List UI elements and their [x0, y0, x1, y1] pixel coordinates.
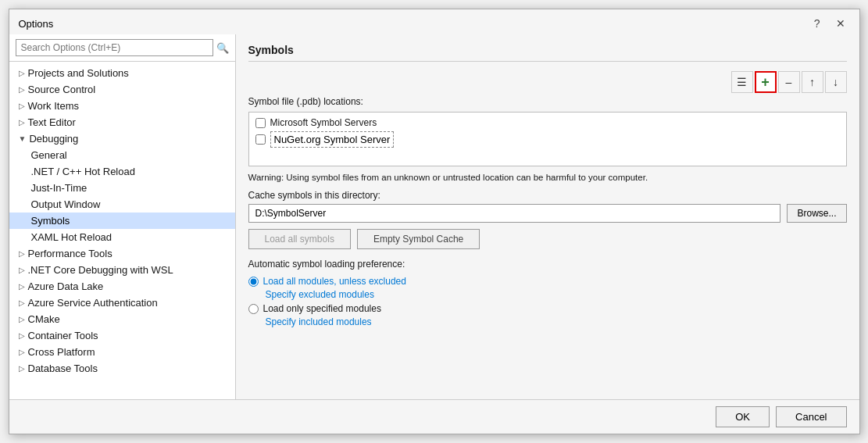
sidebar-item-label: CMake	[28, 313, 60, 325]
sidebar-item-label: Just-In-Time	[31, 182, 88, 194]
search-input[interactable]	[16, 39, 213, 56]
sidebar-item-label: Performance Tools	[28, 248, 113, 259]
radio-item-1: Load only specified modulesSpecify inclu…	[248, 303, 847, 327]
search-box: 🔍	[9, 34, 235, 62]
symbol-toolbar: ☰ + – ↑ ↓	[248, 71, 847, 93]
left-panel: 🔍 ▷Projects and Solutions▷Source Control…	[9, 34, 236, 399]
sidebar-item-label: Azure Service Authentication	[28, 297, 158, 309]
cache-input[interactable]	[248, 204, 781, 223]
sidebar-item-label: Work Items	[28, 100, 80, 112]
sidebar-item-label: Text Editor	[28, 116, 76, 128]
tree-arrow: ▷	[19, 331, 25, 340]
radio-item-0: Load all modules, unless excludedSpecify…	[248, 276, 847, 300]
title-buttons: ? ✕	[809, 16, 850, 31]
sidebar-item-database-tools[interactable]: ▷Database Tools	[9, 360, 235, 377]
radio-label-0: Load all modules, unless excluded	[263, 276, 406, 287]
pdb-item: NuGet.org Symbol Server	[255, 131, 840, 148]
options-dialog: Options ? ✕ 🔍 ▷Projects and Solutions▷So…	[9, 9, 860, 434]
sidebar-item-label: Azure Data Lake	[28, 280, 104, 292]
cache-label: Cache symbols in this directory:	[248, 190, 847, 201]
pdb-item: Microsoft Symbol Servers	[255, 117, 840, 128]
sidebar-item-label: Symbols	[31, 215, 70, 227]
right-panel: Symbols ☰ + – ↑ ↓ Symbol file (.pdb) loc…	[236, 34, 859, 399]
tree-arrow: ▷	[19, 315, 25, 323]
tree-arrow: ▷	[19, 348, 25, 356]
sidebar-item-output-window[interactable]: Output Window	[9, 196, 235, 213]
radio-link-0: Specify excluded modules	[266, 288, 847, 300]
warning-text: Warning: Using symbol files from an unkn…	[248, 173, 847, 182]
radio-row-1: Load only specified modules	[248, 303, 847, 314]
tree-arrow: ▷	[19, 118, 25, 127]
cancel-button[interactable]: Cancel	[776, 406, 846, 427]
tree-arrow: ▷	[19, 249, 25, 258]
sidebar-item-projects-and-solutions[interactable]: ▷Projects and Solutions	[9, 65, 235, 81]
sidebar-item-performance-tools[interactable]: ▷Performance Tools	[9, 245, 235, 262]
close-button[interactable]: ✕	[831, 16, 850, 31]
sidebar-item-source-control[interactable]: ▷Source Control	[9, 81, 235, 98]
sidebar-item-cross-platform[interactable]: ▷Cross Platform	[9, 344, 235, 360]
sidebar-item-xaml-hot-reload[interactable]: XAML Hot Reload	[9, 229, 235, 245]
up-button[interactable]: ↑	[802, 71, 823, 93]
radio-link-1: Specify included modules	[266, 316, 847, 327]
ok-button[interactable]: OK	[716, 406, 770, 427]
add-button[interactable]: +	[755, 71, 777, 93]
action-buttons-row: Load all symbols Empty Symbol Cache	[248, 229, 847, 249]
pdb-item-label: Microsoft Symbol Servers	[270, 117, 377, 128]
tree-arrow: ▼	[19, 134, 27, 143]
sidebar-item-general[interactable]: General	[9, 147, 235, 163]
tree: ▷Projects and Solutions▷Source Control▷W…	[9, 62, 235, 399]
tree-arrow: ▷	[19, 69, 25, 77]
sidebar-item-label: Database Tools	[28, 363, 98, 374]
sidebar-item-azure-service-auth[interactable]: ▷Azure Service Authentication	[9, 295, 235, 311]
sidebar-item-label: Cross Platform	[28, 346, 95, 358]
radio-group: Load all modules, unless excludedSpecify…	[248, 276, 847, 327]
auto-load-label: Automatic symbol loading preference:	[248, 259, 847, 270]
radio-label-1: Load only specified modules	[263, 303, 381, 314]
sidebar-item-text-editor[interactable]: ▷Text Editor	[9, 114, 235, 130]
sidebar-item-label: .NET Core Debugging with WSL	[28, 264, 173, 276]
sidebar-item-label: General	[31, 149, 67, 161]
help-button[interactable]: ?	[809, 16, 825, 31]
sidebar-item-label: Container Tools	[28, 330, 98, 341]
radio-load-all[interactable]	[248, 277, 259, 287]
browse-button[interactable]: Browse...	[787, 204, 846, 223]
dialog-body: 🔍 ▷Projects and Solutions▷Source Control…	[9, 34, 859, 399]
sidebar-item-just-in-time[interactable]: Just-In-Time	[9, 180, 235, 196]
sidebar-item-work-items[interactable]: ▷Work Items	[9, 98, 235, 114]
sidebar-item-cmake[interactable]: ▷CMake	[9, 311, 235, 327]
sidebar-item-label: Source Control	[28, 84, 96, 95]
radio-load-specified[interactable]	[248, 304, 259, 314]
load-all-symbols-button[interactable]: Load all symbols	[248, 229, 351, 249]
empty-symbol-cache-button[interactable]: Empty Symbol Cache	[357, 229, 480, 249]
sidebar-item-label: XAML Hot Reload	[31, 231, 113, 243]
search-icon: 🔍	[216, 42, 229, 54]
sidebar-item-container-tools[interactable]: ▷Container Tools	[9, 327, 235, 344]
sidebar-item-net-core-debugging[interactable]: ▷.NET Core Debugging with WSL	[9, 262, 235, 278]
sidebar-item-label: Projects and Solutions	[28, 67, 129, 79]
list-button[interactable]: ☰	[731, 71, 753, 93]
sidebar-item-symbols[interactable]: Symbols	[9, 213, 235, 229]
pdb-checkbox-1[interactable]	[255, 134, 266, 145]
tree-arrow: ▷	[19, 85, 25, 94]
cache-row: Browse...	[248, 204, 847, 223]
section-title: Symbols	[248, 44, 847, 62]
radio-row-0: Load all modules, unless excluded	[248, 276, 847, 287]
tree-arrow: ▷	[19, 102, 25, 110]
pdb-list: Microsoft Symbol ServersNuGet.org Symbol…	[248, 112, 847, 166]
tree-arrow: ▷	[19, 282, 25, 291]
sidebar-item-debugging[interactable]: ▼Debugging	[9, 130, 235, 147]
pdb-label: Symbol file (.pdb) locations:	[248, 96, 847, 107]
tree-arrow: ▷	[19, 364, 25, 373]
dialog-footer: OK Cancel	[9, 399, 859, 434]
radio-link-anchor-1[interactable]: Specify included modules	[266, 316, 372, 327]
remove-button[interactable]: –	[778, 71, 800, 93]
sidebar-item-azure-data-lake[interactable]: ▷Azure Data Lake	[9, 278, 235, 295]
dialog-title: Options	[19, 18, 54, 30]
radio-link-anchor-0[interactable]: Specify excluded modules	[266, 289, 374, 300]
pdb-checkbox-0[interactable]	[255, 118, 266, 128]
down-button[interactable]: ↓	[825, 71, 847, 93]
pdb-item-label: NuGet.org Symbol Server	[270, 131, 395, 148]
tree-arrow: ▷	[19, 266, 25, 274]
sidebar-item-net-cpp-hot-reload[interactable]: .NET / C++ Hot Reload	[9, 163, 235, 180]
title-bar: Options ? ✕	[9, 9, 859, 34]
